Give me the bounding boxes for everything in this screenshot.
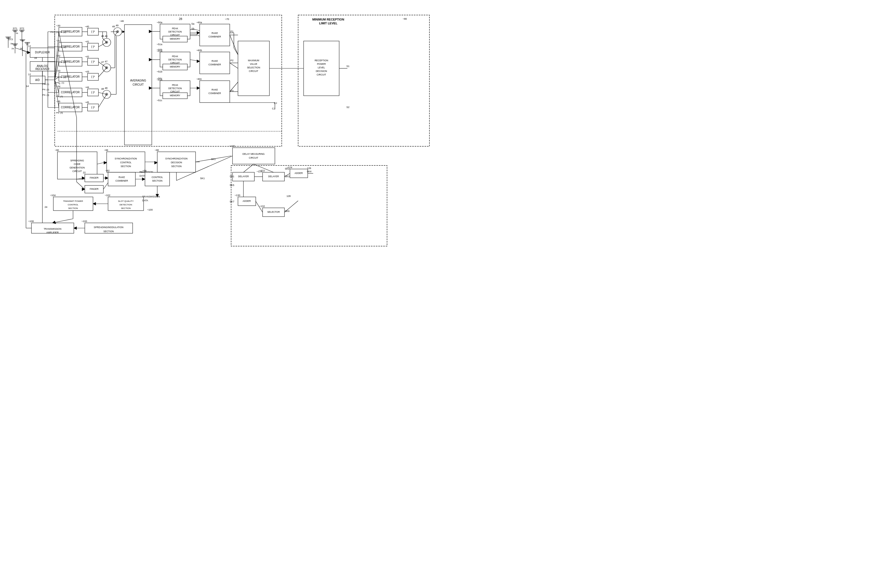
svg-line-320	[284, 201, 298, 212]
svg-marker-391	[123, 31, 125, 33]
svg-text:~45: ~45	[85, 101, 89, 104]
svg-text:DELAYER: DELAYER	[268, 175, 279, 178]
svg-text:~130: ~130	[235, 194, 240, 196]
svg-text:SK7: SK7	[230, 200, 234, 203]
svg-rect-222	[108, 172, 135, 186]
svg-text:MINIMUM RECEPTION: MINIMUM RECEPTION	[312, 18, 344, 21]
svg-text:~51c: ~51c	[157, 99, 162, 102]
svg-text:~70: ~70	[225, 18, 229, 21]
svg-line-331	[53, 219, 73, 223]
svg-marker-339	[27, 51, 30, 54]
svg-text:~120: ~120	[229, 145, 235, 147]
svg-text:PN: PN	[42, 88, 45, 91]
svg-text:47: 47	[101, 61, 104, 63]
svg-text:ADDER: ADDER	[243, 200, 251, 202]
svg-text:S1: S1	[346, 65, 349, 68]
svg-text:(1): (1)	[62, 81, 64, 84]
svg-text:S2: S2	[346, 106, 349, 109]
svg-text:~90: ~90	[55, 149, 59, 152]
svg-text:SECTION: SECTION	[171, 165, 182, 168]
svg-text:~104: ~104	[50, 194, 56, 196]
svg-text:~60a: ~60a	[197, 21, 202, 24]
svg-text:LEVEL: LEVEL	[318, 66, 325, 69]
svg-text:~122: ~122	[259, 169, 265, 172]
svg-text:RECEPTION: RECEPTION	[315, 59, 328, 62]
svg-text:ADDER: ADDER	[294, 172, 303, 174]
svg-text:(3): (3)	[47, 94, 49, 96]
svg-text:49: 49	[116, 24, 119, 27]
svg-text:DATA: DATA	[140, 174, 146, 177]
svg-rect-147	[200, 24, 230, 46]
svg-line-260	[55, 47, 59, 80]
svg-text:(1): (1)	[63, 76, 66, 78]
svg-text:CJ: CJ	[272, 107, 275, 110]
svg-text:PEAK: PEAK	[172, 55, 178, 58]
svg-text:(2): (2)	[60, 95, 63, 98]
svg-text:~50a: ~50a	[157, 21, 162, 24]
svg-text:(1): (1)	[63, 31, 66, 33]
svg-text:16: 16	[34, 57, 37, 59]
svg-text:~60c: ~60c	[197, 78, 202, 80]
svg-text:CJ: CJ	[274, 102, 277, 105]
svg-text:SECTION: SECTION	[121, 207, 131, 210]
svg-marker-325	[142, 178, 145, 180]
svg-text:SK1: SK1	[200, 177, 205, 180]
svg-text:~51a: ~51a	[157, 50, 162, 52]
svg-text:SECTION: SECTION	[104, 230, 114, 233]
block-diagram: text { font-family: Arial, sans-serif; }…	[0, 0, 438, 294]
svg-text:~43: ~43	[85, 70, 89, 73]
svg-text:~44: ~44	[85, 86, 89, 88]
svg-text:~51b: ~51b	[157, 70, 162, 73]
svg-rect-228	[145, 172, 170, 186]
svg-line-350	[195, 34, 200, 36]
svg-text:DELAYER: DELAYER	[238, 175, 249, 178]
svg-text:Sa: Sa	[191, 22, 194, 25]
svg-text:(2): (2)	[63, 46, 66, 48]
svg-text:MAXIMUM: MAXIMUM	[248, 59, 259, 62]
svg-text:Q: Q	[59, 82, 60, 84]
svg-marker-323	[105, 177, 108, 179]
svg-text:~100: ~100	[147, 208, 153, 211]
svg-text:46: 46	[101, 35, 104, 38]
svg-text:TRANSMIT POWER: TRANSMIT POWER	[63, 200, 83, 202]
svg-text:14: 14	[26, 85, 29, 87]
svg-text:AVERAGING: AVERAGING	[130, 79, 146, 82]
svg-marker-382	[197, 32, 200, 34]
svg-text:DELAY MEASURING: DELAY MEASURING	[243, 153, 265, 155]
svg-text:CIRCUIT: CIRCUIT	[249, 70, 258, 72]
svg-text:CIRCUIT: CIRCUIT	[317, 73, 326, 76]
svg-text:RECEIVER: RECEIVER	[35, 68, 49, 70]
svg-text:(3): (3)	[60, 112, 63, 114]
svg-text:CIRCUIT: CIRCUIT	[249, 156, 258, 159]
svg-text:RAKE: RAKE	[212, 60, 218, 62]
svg-text:(1): (1)	[56, 31, 59, 33]
svg-text:1b: 1b	[21, 40, 24, 42]
svg-text:Q: Q	[45, 83, 46, 85]
svg-text:(·)²: (·)²	[92, 60, 95, 63]
svg-line-322	[104, 183, 108, 189]
svg-text:TRANSMISSION: TRANSMISSION	[44, 228, 62, 230]
svg-text:CIRCUIT: CIRCUIT	[72, 170, 82, 172]
svg-text:CONTROL: CONTROL	[68, 204, 78, 206]
svg-marker-309	[104, 161, 107, 164]
svg-text:DETECTION: DETECTION	[168, 58, 182, 61]
svg-text:P1: P1	[230, 30, 233, 33]
svg-text:RAKE: RAKE	[212, 32, 218, 34]
svg-text:~94: ~94	[142, 169, 146, 172]
svg-text:CORRELATOR: CORRELATOR	[61, 91, 80, 94]
svg-text:POWER: POWER	[317, 63, 326, 65]
svg-text:PN: PN	[42, 94, 45, 96]
svg-text:SYNCHRONIZATION: SYNCHRONIZATION	[165, 157, 188, 160]
svg-text:DUPLEXER: DUPLEXER	[35, 51, 50, 54]
svg-text:PN: PN	[59, 76, 62, 78]
svg-text:PEAK: PEAK	[172, 84, 178, 86]
svg-text:~35: ~35	[56, 100, 60, 103]
svg-text:CONTROL: CONTROL	[152, 176, 163, 178]
svg-text:SECTION: SECTION	[152, 179, 162, 182]
svg-text:MEMORY: MEMORY	[170, 65, 180, 68]
svg-text:RAKE: RAKE	[212, 88, 218, 91]
svg-text:DETECTION: DETECTION	[168, 30, 182, 33]
svg-text:47: 47	[105, 60, 108, 63]
svg-text:~124: ~124	[287, 166, 292, 169]
svg-marker-344	[82, 188, 85, 190]
